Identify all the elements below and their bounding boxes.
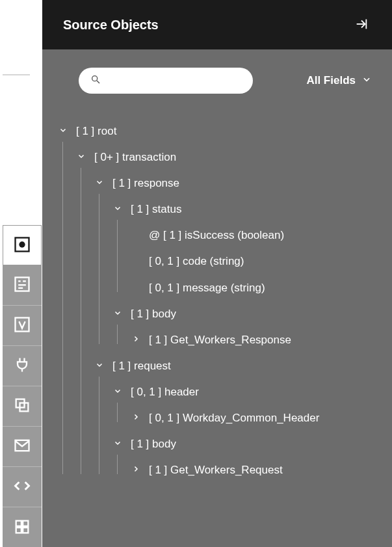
filter-dropdown[interactable]: All Fields (306, 74, 371, 87)
svg-rect-14 (23, 527, 28, 533)
tree-node-label: [ 1 ] Get_Workers_Response (149, 333, 376, 347)
chevron-right-icon[interactable] (131, 335, 141, 343)
tool-btn-target[interactable] (3, 225, 42, 265)
search-input[interactable] (107, 75, 241, 87)
plug-icon (13, 356, 31, 376)
collapse-panel-button[interactable] (352, 14, 371, 36)
tree-node[interactable]: [ 0+ ] transaction (76, 144, 376, 170)
tool-btn-grid[interactable] (3, 507, 42, 547)
tree-node-label: [ 0, 1 ] Workday_Common_Header (149, 411, 376, 425)
tree-node: [ 0, 1 ] code (string) (131, 248, 376, 274)
tree-node[interactable]: [ 1 ] request (94, 353, 376, 379)
tree-node-label: [ 1 ] root (76, 124, 376, 139)
tree-node[interactable]: [ 1 ] response (94, 170, 376, 196)
filter-dropdown-label: All Fields (306, 74, 356, 87)
tree-node-label: [ 0+ ] transaction (94, 150, 376, 165)
tree-node[interactable]: [ 0, 1 ] Workday_Common_Header (131, 405, 376, 431)
left-toolbar (3, 225, 42, 547)
svg-rect-11 (16, 520, 21, 526)
tree-node[interactable]: [ 1 ] body (112, 431, 376, 457)
chevron-down-icon[interactable] (112, 204, 123, 212)
tree-node-label: [ 1 ] body (131, 437, 376, 451)
tree-node-label: [ 0, 1 ] code (string) (149, 254, 376, 269)
chevron-right-icon[interactable] (131, 465, 141, 473)
tree-node: @ [ 1 ] isSuccess (boolean) (131, 222, 376, 248)
chevron-down-icon[interactable] (112, 309, 123, 317)
search-icon (90, 74, 101, 87)
chevron-right-icon[interactable] (131, 413, 141, 421)
tool-btn-plug[interactable] (3, 346, 42, 386)
gutter-divider (3, 74, 30, 75)
panel-header: Source Objects (42, 0, 392, 49)
tree-node-label: [ 1 ] Get_Workers_Request (149, 463, 376, 477)
svg-point-17 (92, 76, 98, 81)
stack-copy-icon (13, 396, 31, 416)
tree-node: [ 0, 1 ] message (string) (131, 275, 376, 301)
chevron-down-icon[interactable] (58, 126, 68, 134)
tree-node[interactable]: [ 1 ] Get_Workers_Response (131, 327, 376, 353)
tree-node-label: [ 1 ] body (131, 307, 376, 321)
tool-btn-stack[interactable] (3, 386, 42, 427)
chevron-down-icon[interactable] (112, 387, 123, 395)
tree-node-label: @ [ 1 ] isSuccess (boolean) (149, 228, 376, 243)
tree-node-label: [ 1 ] status (131, 202, 376, 217)
tree-node[interactable]: [ 1 ] root (58, 118, 376, 144)
collapse-right-icon (354, 17, 369, 33)
tool-btn-code[interactable] (3, 467, 42, 507)
search-box[interactable] (79, 68, 253, 94)
left-gutter (0, 0, 42, 547)
tree-node[interactable]: [ 1 ] body (112, 301, 376, 327)
svg-line-18 (97, 81, 99, 83)
form-list-icon (13, 275, 31, 295)
chevron-down-icon[interactable] (94, 361, 105, 369)
chevron-down-icon[interactable] (76, 152, 86, 160)
tree-node-label: [ 0, 1 ] message (string) (149, 281, 376, 295)
code-icon (13, 477, 31, 497)
target-square-icon (13, 235, 31, 256)
chevron-down-icon[interactable] (94, 178, 105, 186)
svg-point-1 (19, 241, 25, 247)
panel-title: Source Objects (63, 18, 159, 33)
tool-btn-form[interactable] (3, 265, 42, 306)
tree-node[interactable]: [ 1 ] status (112, 196, 376, 222)
tree-node-label: [ 0, 1 ] header (131, 385, 376, 399)
variable-v-icon (13, 315, 31, 336)
envelope-icon (13, 436, 31, 457)
grid-apps-icon (13, 518, 31, 538)
chevron-down-icon[interactable] (112, 439, 123, 447)
tree-node-label: [ 1 ] request (112, 359, 376, 373)
tree-node[interactable]: [ 1 ] Get_Workers_Request (131, 457, 376, 483)
search-row: All Fields (42, 49, 392, 105)
tree-node[interactable]: [ 0, 1 ] header (112, 379, 376, 405)
svg-rect-13 (16, 527, 21, 533)
svg-rect-12 (23, 520, 28, 526)
tool-btn-envelope[interactable] (3, 427, 42, 467)
tool-btn-variable[interactable] (3, 306, 42, 346)
source-objects-panel: Source Objects All Fields [ 1 ] root[ 0+… (42, 0, 392, 547)
tree-view: [ 1 ] root[ 0+ ] transaction[ 1 ] respon… (42, 105, 392, 499)
chevron-down-icon (362, 74, 371, 87)
tree-node-label: [ 1 ] response (112, 176, 376, 191)
